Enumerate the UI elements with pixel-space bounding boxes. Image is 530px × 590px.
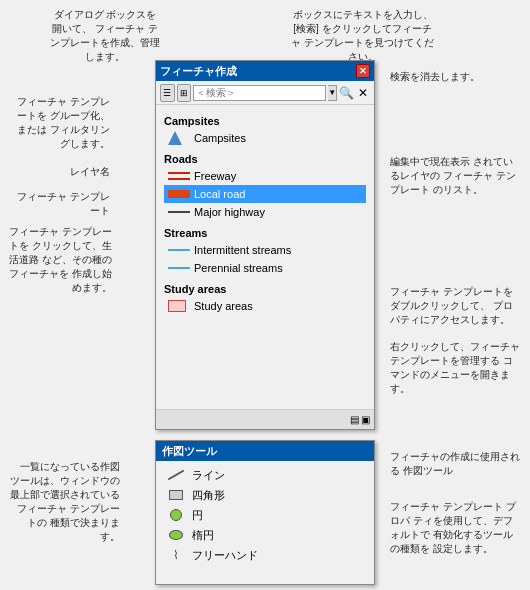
highway-icon	[168, 205, 190, 219]
dialog-content: Campsites Campsites Roads Freeway Local …	[156, 105, 374, 409]
feature-item-localroad[interactable]: Local road	[164, 185, 366, 203]
draw-freehand-item[interactable]: ⌇ フリーハンド	[164, 545, 366, 565]
draw-circle-label: 円	[192, 508, 203, 523]
draw-rect-icon	[166, 487, 186, 503]
annotation-draw-default: フィーチャ テンプレート プロパ ティを使用して、デフォルトで 有効化するツール…	[390, 500, 520, 556]
draw-ellipse-label: 楕円	[192, 528, 214, 543]
annotation-layer-name: レイヤ名	[10, 165, 110, 179]
search-dropdown[interactable]: ▼	[328, 85, 337, 101]
drawing-panel-titlebar: 作図ツール	[156, 441, 374, 461]
draw-line-label: ライン	[192, 468, 225, 483]
draw-ellipse-item[interactable]: 楕円	[164, 525, 366, 545]
draw-ellipse-icon	[166, 527, 186, 543]
feature-item-perennial[interactable]: Perennial streams	[164, 259, 366, 277]
dialog-bottom-bar: ▤ ▣	[156, 409, 374, 429]
draw-rect-label: 四角形	[192, 488, 225, 503]
annotation-draw-used: フィーチャの作成に使用される 作図ツール	[390, 450, 520, 478]
draw-freehand-icon: ⌇	[166, 547, 186, 563]
drawing-panel-content: ライン 四角形 円 楕円 ⌇ フリーハンド	[156, 461, 374, 569]
localroad-icon	[168, 187, 190, 201]
feature-item-campsites[interactable]: Campsites	[164, 129, 366, 147]
draw-line-icon	[166, 467, 186, 483]
feature-label-freeway: Freeway	[194, 170, 236, 182]
feature-item-highway[interactable]: Major highway	[164, 203, 366, 221]
layer-group-streams: Streams	[164, 227, 366, 239]
dialog-title: フィーチャ作成	[160, 64, 237, 79]
layer-group-campsites: Campsites	[164, 115, 366, 127]
drawing-panel-title: 作図ツール	[162, 444, 217, 459]
toolbar-view-button[interactable]: ⊞	[177, 84, 192, 102]
expand-icon[interactable]: ▣	[361, 414, 370, 425]
annotation-feature-template: フィーチャ テンプレート	[10, 190, 110, 218]
search-input[interactable]	[193, 85, 326, 101]
feature-label-localroad: Local road	[194, 188, 245, 200]
annotation-click-feature: フィーチャ テンプレートを クリックして、生活道路 など、その種のフィーチャを …	[2, 225, 112, 295]
feature-item-studyarea[interactable]: Study areas	[164, 297, 366, 315]
intermittent-icon	[168, 243, 190, 257]
draw-circle-icon	[166, 507, 186, 523]
search-button[interactable]: 🔍	[339, 84, 354, 102]
annotation-group-filter: フィーチャ テンプレートを グループ化、または フィルタリングします。	[10, 95, 110, 151]
annotation-drawing-tools-desc: 一覧になっている作図 ツールは、ウィンドウの 最上部で選択されている フィーチャ…	[10, 460, 120, 544]
annotation-rightclick: 右クリックして、フィーチャ テンプレートを管理する コマンドのメニューを開きます…	[390, 340, 520, 396]
dialog-toolbar: ☰ ⊞ ▼ 🔍 ✕	[156, 81, 374, 105]
draw-circle-item[interactable]: 円	[164, 505, 366, 525]
feature-label-perennial: Perennial streams	[194, 262, 283, 274]
annotation-search-clear: 検索を消去します。	[390, 70, 520, 84]
freeway-icon	[168, 169, 190, 183]
feature-create-dialog: フィーチャ作成 ✕ ☰ ⊞ ▼ 🔍 ✕ Campsites Campsites …	[155, 60, 375, 430]
layer-group-studyareas: Study areas	[164, 283, 366, 295]
search-clear-button[interactable]: ✕	[356, 84, 370, 102]
studyarea-icon	[168, 299, 190, 313]
dialog-titlebar: フィーチャ作成 ✕	[156, 61, 374, 81]
draw-rect-item[interactable]: 四角形	[164, 485, 366, 505]
feature-label-intermittent: Intermittent streams	[194, 244, 291, 256]
feature-label-studyarea: Study areas	[194, 300, 253, 312]
perennial-icon	[168, 261, 190, 275]
dialog-close-button[interactable]: ✕	[356, 64, 370, 78]
feature-item-intermittent[interactable]: Intermittent streams	[164, 241, 366, 259]
feature-label-highway: Major highway	[194, 206, 265, 218]
drawing-tools-panel: 作図ツール ライン 四角形 円 楕円	[155, 440, 375, 585]
annotation-top-right: ボックスにテキストを入力し、 [検索] をクリックしてフィーチャ テンプレートを…	[290, 8, 435, 64]
toolbar-menu-button[interactable]: ☰	[160, 84, 175, 102]
annotation-top-left: ダイアログ ボックスを開いて、 フィーチャ テンプレートを作成、管理します。	[50, 8, 160, 64]
draw-line-item[interactable]: ライン	[164, 465, 366, 485]
annotation-dblclick: フィーチャ テンプレートを ダブルクリックして、 プロパティにアクセスします。	[390, 285, 520, 327]
feature-item-freeway[interactable]: Freeway	[164, 167, 366, 185]
campsite-icon	[168, 131, 190, 145]
layer-group-roads: Roads	[164, 153, 366, 165]
collapse-icon[interactable]: ▤	[350, 414, 359, 425]
annotation-layer-list: 編集中で現在表示 されているレイヤの フィーチャ テンプレート のリスト。	[390, 155, 520, 197]
draw-freehand-label: フリーハンド	[192, 548, 258, 563]
feature-label-campsites: Campsites	[194, 132, 246, 144]
